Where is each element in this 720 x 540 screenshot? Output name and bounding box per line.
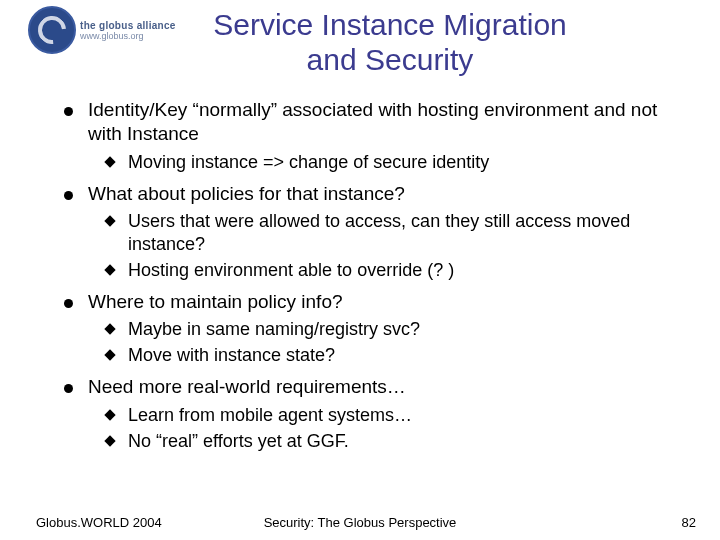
footer-center: Security: The Globus Perspective: [264, 515, 457, 530]
sub-bullet: Moving instance => change of secure iden…: [88, 151, 680, 174]
bullet-list: Identity/Key “normally” associated with …: [64, 98, 680, 453]
sub-bullet: No “real” efforts yet at GGF.: [88, 430, 680, 453]
slide-footer: Globus.WORLD 2004 Security: The Globus P…: [0, 515, 720, 530]
bullet-item: Identity/Key “normally” associated with …: [64, 98, 680, 174]
sub-bullet: Learn from mobile agent systems…: [88, 404, 680, 427]
footer-left: Globus.WORLD 2004: [36, 515, 162, 530]
bullet-text: Need more real-world requirements…: [88, 376, 406, 397]
bullet-text: Where to maintain policy info?: [88, 291, 343, 312]
bullet-item: What about policies for that instance? U…: [64, 182, 680, 282]
slide-content: Identity/Key “normally” associated with …: [64, 98, 680, 461]
title-line1: Service Instance Migration: [213, 8, 567, 41]
bullet-item: Need more real-world requirements… Learn…: [64, 375, 680, 452]
bullet-text: What about policies for that instance?: [88, 183, 405, 204]
slide: the globus alliance www.globus.org Servi…: [0, 0, 720, 540]
sub-bullet: Users that were allowed to access, can t…: [88, 210, 680, 256]
sub-bullet: Maybe in same naming/registry svc?: [88, 318, 680, 341]
sub-bullet: Hosting environment able to override (? …: [88, 259, 680, 282]
slide-title: Service Instance Migration and Security: [0, 8, 720, 77]
title-line2: and Security: [307, 43, 474, 76]
page-number: 82: [682, 515, 696, 530]
bullet-text: Identity/Key “normally” associated with …: [88, 99, 657, 144]
sub-bullet: Move with instance state?: [88, 344, 680, 367]
bullet-item: Where to maintain policy info? Maybe in …: [64, 290, 680, 367]
